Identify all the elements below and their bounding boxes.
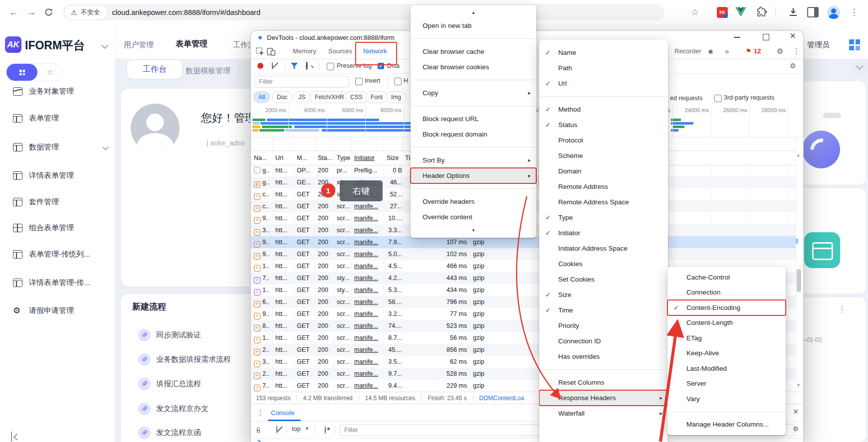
sidebar-item-表单管理-传统列[interactable]: 表单管理-传统列... bbox=[13, 247, 108, 262]
clear-icon[interactable] bbox=[272, 62, 273, 70]
chip-doc[interactable]: Doc bbox=[272, 91, 292, 103]
tab-workbench[interactable]: 工作台 bbox=[127, 60, 182, 79]
maximize-icon[interactable] bbox=[763, 34, 769, 40]
grid-view-button[interactable] bbox=[6, 64, 37, 81]
menu-item-block-request-url[interactable]: Block request URL bbox=[411, 111, 536, 127]
menu-item-content-length[interactable]: Content-Length bbox=[667, 315, 786, 331]
sidebar-view-toggle[interactable]: ☆ bbox=[6, 63, 63, 81]
extensions-puzzle-icon[interactable] bbox=[756, 6, 768, 18]
admin-label[interactable]: 管理员 bbox=[807, 40, 830, 50]
hide-data-urls-checkbox[interactable] bbox=[394, 78, 402, 85]
tab-memory[interactable]: Memory bbox=[293, 44, 316, 59]
tab-recorder[interactable]: Recorder bbox=[674, 44, 701, 59]
reload-icon[interactable] bbox=[44, 7, 53, 17]
fe-extension-icon[interactable]: FE bbox=[716, 0, 728, 24]
table-row[interactable]: ‹›9..htt...GET200scr...manife...5.0...10… bbox=[251, 248, 796, 260]
issues-flag-icon[interactable]: ⚑ bbox=[746, 44, 752, 59]
menu-item-copy[interactable]: Copy▸ bbox=[411, 85, 536, 101]
sidebar-item-详情表单管理[interactable]: 详情表单管理 bbox=[13, 168, 108, 183]
col-url[interactable]: Url bbox=[272, 151, 297, 165]
flow-item-发文流程京办文[interactable]: 发文流程京办文 bbox=[138, 403, 209, 415]
menu-item-last-modified[interactable]: Last-Modified bbox=[667, 361, 786, 376]
menu-item-set-cookies[interactable]: Set Cookies bbox=[539, 272, 668, 287]
issues-count[interactable]: 12 bbox=[754, 44, 761, 59]
sidebar-item-请假申请管理[interactable]: ⚙请假申请管理 bbox=[13, 303, 108, 318]
menu-item-initiator[interactable]: ✓Initiator bbox=[539, 225, 668, 241]
console-context-select[interactable]: top bbox=[292, 426, 300, 433]
chip-fetch-xhr[interactable]: Fetch/XHR bbox=[310, 91, 349, 103]
menu-item-sort-by[interactable]: Sort By▸ bbox=[411, 152, 536, 168]
sidebar-collapse-icon[interactable] bbox=[11, 432, 22, 442]
network-filter-input[interactable]: Filter bbox=[254, 76, 349, 88]
menu-item-scheme[interactable]: Scheme bbox=[539, 148, 668, 163]
menu-item-has-overrides[interactable]: Has overrides bbox=[539, 349, 668, 364]
menu-item-initiator-address-space[interactable]: Initiator Address Space bbox=[539, 241, 668, 256]
apps-grid-icon[interactable] bbox=[849, 39, 860, 50]
console-clear-icon[interactable] bbox=[276, 426, 277, 434]
menu-item-header-options[interactable]: Header Options▸ bbox=[411, 168, 536, 183]
menu-item-type[interactable]: ✓Type bbox=[539, 210, 668, 225]
tab-sources[interactable]: Sources bbox=[328, 44, 352, 59]
menu-item-status[interactable]: ✓Status bbox=[539, 117, 668, 133]
menu-item-method[interactable]: ✓Method bbox=[539, 102, 668, 117]
menu-item-time[interactable]: ✓Time bbox=[539, 302, 668, 318]
menu-item-open-in-new-tab[interactable]: Open in new tab bbox=[411, 18, 536, 33]
menu-item-path[interactable]: Path bbox=[539, 60, 668, 76]
menu-item-server[interactable]: Server bbox=[667, 376, 786, 392]
menu-item-connection[interactable]: Connection bbox=[667, 285, 786, 300]
flow-item-同步测试验证[interactable]: 同步测试验证 bbox=[138, 329, 201, 341]
back-icon[interactable]: ← bbox=[6, 0, 21, 24]
table-row[interactable]: ‹›9..htt...GET200scr...manife...7.9...10… bbox=[251, 236, 796, 248]
search-icon[interactable] bbox=[306, 61, 308, 70]
chip-font[interactable]: Font bbox=[366, 91, 388, 103]
invert-checkbox[interactable] bbox=[355, 78, 363, 85]
sidebar-item-数据管理[interactable]: 数据管理 bbox=[13, 140, 108, 154]
nav-item-用户管理[interactable]: 用户管理 bbox=[124, 40, 154, 50]
download-icon[interactable] bbox=[788, 7, 798, 17]
flow-item-发文流程京函[interactable]: 发文流程京函 bbox=[138, 427, 201, 439]
tab-data-template[interactable]: 数据模板管理 bbox=[186, 66, 230, 76]
menu-item-override-content[interactable]: Override content bbox=[411, 209, 536, 225]
chip-js[interactable]: JS bbox=[293, 91, 310, 103]
menu-item-block-request-domain[interactable]: Block request domain bbox=[411, 127, 536, 142]
console-sidebar-icon[interactable]: ▸ bbox=[257, 428, 260, 433]
sidebar-item-业务对象管理[interactable]: 业务对象管理 bbox=[13, 84, 108, 99]
card-menu-icon[interactable]: ⋮ bbox=[838, 304, 846, 314]
flow-item-填报汇总流程[interactable]: 填报汇总流程 bbox=[138, 378, 201, 390]
minimize-icon[interactable] bbox=[734, 37, 740, 38]
menu-item-response-headers[interactable]: Response Headers▸ bbox=[539, 390, 668, 406]
side-panel-icon[interactable] bbox=[807, 0, 819, 24]
panel-collapse-button[interactable] bbox=[851, 59, 868, 76]
menu-item-etag[interactable]: ETag bbox=[667, 330, 786, 346]
live-expression-eye-icon[interactable] bbox=[325, 426, 326, 434]
drawer-menu-icon[interactable]: ⋮ bbox=[257, 409, 264, 417]
address-bar[interactable]: ⚠ 不安全 cloud.ankepower.com:8888/iform/#/d… bbox=[63, 4, 664, 20]
preserve-log-checkbox[interactable] bbox=[327, 63, 334, 70]
console-settings-gear-icon[interactable]: ⚙ bbox=[793, 425, 799, 433]
scroll-down-icon[interactable]: ▼ bbox=[796, 383, 801, 388]
menu-item-cache-control[interactable]: Cache-Control bbox=[667, 270, 786, 285]
url-text[interactable]: cloud.ankepower.com:8888/iform/#/dashboa… bbox=[112, 8, 260, 16]
menu-item-remote-address-space[interactable]: Remote Address Space bbox=[539, 194, 668, 210]
more-tabs-icon[interactable]: » bbox=[725, 44, 729, 59]
menu-item-priority[interactable]: Priority bbox=[539, 318, 668, 333]
col-method[interactable]: M... bbox=[294, 151, 318, 165]
menu-item-protocol[interactable]: Protocol bbox=[539, 133, 668, 148]
menu-item-reset-columns[interactable]: Reset Columns bbox=[539, 375, 668, 390]
bookmark-star-icon[interactable]: ☆ bbox=[687, 0, 702, 24]
record-icon[interactable] bbox=[257, 63, 263, 69]
vue-devtools-icon[interactable] bbox=[735, 7, 746, 17]
device-toolbar-icon[interactable] bbox=[267, 47, 275, 56]
scroll-up-icon[interactable]: ▲ bbox=[796, 152, 801, 157]
sidebar-item-套件管理[interactable]: 套件管理 bbox=[13, 194, 108, 209]
menu-item-keep-alive[interactable]: Keep-Alive bbox=[667, 346, 786, 361]
close-icon[interactable]: ✕ bbox=[790, 31, 796, 40]
settings-gear-icon[interactable]: ⚙ bbox=[777, 44, 783, 59]
menu-item-clear-browser-cache[interactable]: Clear browser cache bbox=[411, 44, 536, 59]
favorites-button[interactable]: ☆ bbox=[37, 64, 62, 81]
menu-item-size[interactable]: ✓Size bbox=[539, 287, 668, 302]
scroll-up-icon[interactable]: ▲ bbox=[411, 7, 536, 18]
close-drawer-icon[interactable]: ✕ bbox=[793, 408, 799, 416]
chip-all[interactable]: All bbox=[253, 91, 270, 103]
menu-item-vary[interactable]: Vary bbox=[667, 391, 786, 407]
